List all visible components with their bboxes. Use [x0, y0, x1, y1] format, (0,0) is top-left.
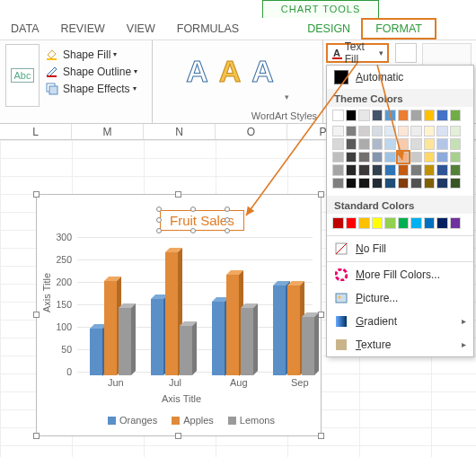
expand-icon[interactable]: ▾	[285, 92, 289, 101]
text-outline-button[interactable]	[395, 43, 417, 63]
theme-color-swatch[interactable]	[332, 152, 344, 163]
bar[interactable]	[180, 326, 192, 375]
theme-color-swatch[interactable]	[436, 164, 448, 176]
resize-handle[interactable]	[175, 191, 181, 198]
theme-color-swatch[interactable]	[424, 138, 436, 150]
theme-color-swatch[interactable]	[450, 178, 462, 189]
bar[interactable]	[104, 281, 117, 375]
theme-color-swatch[interactable]	[436, 152, 448, 163]
title-handle[interactable]	[225, 217, 230, 223]
theme-color-swatch[interactable]	[424, 164, 436, 176]
bar[interactable]	[165, 252, 178, 376]
gradient-option[interactable]: Gradient ▸	[327, 310, 473, 333]
text-fill-button[interactable]: A Text Fill ▾	[326, 43, 389, 63]
theme-color-swatch[interactable]	[372, 126, 383, 137]
standard-color-swatch[interactable]	[410, 217, 422, 229]
theme-color-swatch[interactable]	[372, 152, 383, 163]
theme-color-swatch[interactable]	[450, 126, 462, 137]
title-handle[interactable]	[190, 228, 196, 233]
theme-color-swatch[interactable]	[410, 164, 422, 176]
theme-color-swatch[interactable]	[424, 178, 436, 189]
bar[interactable]	[287, 286, 300, 375]
chart-bars[interactable]	[81, 235, 314, 375]
theme-color-swatch[interactable]	[346, 152, 357, 163]
texture-option[interactable]: Texture ▸	[327, 333, 473, 356]
column-header[interactable]: M	[72, 124, 144, 139]
theme-color-swatch[interactable]	[384, 110, 396, 121]
theme-color-swatch[interactable]	[332, 164, 344, 176]
bar[interactable]	[119, 308, 131, 375]
chart-title[interactable]: Fruit Sales	[160, 210, 244, 231]
column-header[interactable]: O	[216, 124, 287, 139]
standard-color-swatch[interactable]	[358, 217, 370, 229]
theme-color-swatch[interactable]	[410, 110, 422, 121]
column-header[interactable]: N	[144, 124, 216, 139]
title-handle[interactable]	[156, 217, 162, 223]
theme-color-swatch[interactable]	[436, 138, 448, 150]
wordart-preset-1[interactable]: A	[186, 54, 208, 89]
theme-color-swatch[interactable]	[450, 152, 462, 163]
tab-view[interactable]: VIEW	[116, 19, 166, 39]
chart-legend[interactable]: Oranges Apples Lemons	[108, 415, 275, 426]
theme-color-swatch[interactable]	[346, 164, 357, 176]
standard-color-swatch[interactable]	[424, 217, 436, 229]
theme-color-swatch[interactable]	[358, 138, 370, 150]
tab-format[interactable]: FORMAT	[361, 18, 436, 40]
theme-color-swatch[interactable]	[358, 126, 370, 137]
theme-color-swatch[interactable]	[346, 178, 357, 189]
picture-option[interactable]: Picture...	[327, 286, 473, 310]
title-handle[interactable]	[156, 228, 162, 233]
bar[interactable]	[302, 317, 314, 375]
standard-color-swatch[interactable]	[372, 217, 383, 229]
theme-color-swatch[interactable]	[410, 126, 422, 137]
theme-color-swatch[interactable]	[384, 164, 396, 176]
theme-color-swatch[interactable]	[384, 138, 396, 150]
standard-color-swatch[interactable]	[346, 217, 357, 229]
theme-color-swatch[interactable]	[372, 178, 383, 189]
standard-color-swatch[interactable]	[384, 217, 396, 229]
theme-color-swatch[interactable]	[384, 152, 396, 163]
no-fill-option[interactable]: No Fill	[327, 237, 473, 260]
resize-handle[interactable]	[33, 191, 40, 198]
theme-color-swatch[interactable]	[450, 138, 462, 150]
theme-color-swatch[interactable]	[358, 164, 370, 176]
wordart-preset-3[interactable]: A	[251, 54, 274, 89]
theme-color-swatch[interactable]	[358, 152, 370, 163]
bar[interactable]	[226, 275, 239, 376]
theme-color-swatch[interactable]	[398, 126, 410, 137]
theme-color-swatch[interactable]	[398, 138, 410, 150]
theme-color-swatch[interactable]	[410, 178, 422, 189]
theme-color-swatch[interactable]	[346, 126, 357, 137]
theme-color-swatch[interactable]	[372, 164, 383, 176]
theme-color-swatch[interactable]	[358, 178, 370, 189]
shape-fill-button[interactable]: Shape Fill▾	[45, 48, 146, 61]
standard-color-swatch[interactable]	[332, 217, 344, 229]
title-handle[interactable]	[190, 207, 196, 212]
theme-color-swatch[interactable]	[424, 110, 436, 121]
bar[interactable]	[212, 302, 225, 376]
theme-color-swatch[interactable]	[424, 152, 436, 163]
resize-handle[interactable]	[33, 433, 40, 439]
title-handle[interactable]	[225, 207, 230, 212]
theme-color-swatch[interactable]	[372, 110, 383, 121]
bar[interactable]	[90, 329, 102, 376]
theme-color-swatch[interactable]	[410, 138, 422, 150]
bar[interactable]	[151, 299, 163, 375]
theme-color-swatch[interactable]	[450, 164, 462, 176]
theme-color-swatch[interactable]	[358, 110, 370, 121]
standard-color-swatch[interactable]	[450, 217, 462, 229]
theme-color-swatch[interactable]	[332, 138, 344, 150]
automatic-option[interactable]: Automatic	[327, 66, 473, 89]
resize-handle[interactable]	[33, 312, 40, 318]
wordart-preset-2[interactable]: A	[219, 54, 242, 89]
theme-color-swatch[interactable]	[384, 126, 396, 137]
theme-color-swatch[interactable]	[436, 126, 448, 137]
theme-color-swatch[interactable]	[332, 178, 344, 189]
title-handle[interactable]	[156, 207, 162, 212]
resize-handle[interactable]	[318, 433, 324, 439]
more-fill-colors-option[interactable]: More Fill Colors...	[327, 263, 473, 286]
standard-color-swatch[interactable]	[398, 217, 410, 229]
title-handle[interactable]	[225, 228, 230, 233]
shape-effects-button[interactable]: Shape Effects▾	[45, 82, 146, 95]
theme-color-swatch[interactable]	[332, 110, 344, 121]
